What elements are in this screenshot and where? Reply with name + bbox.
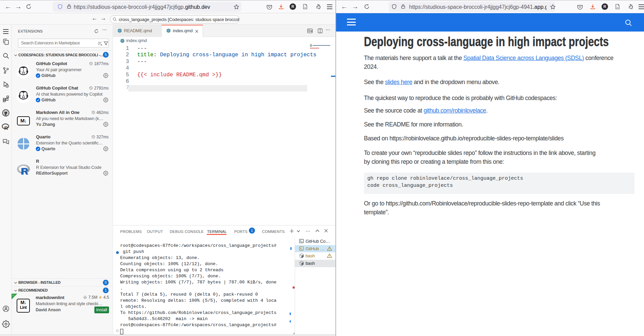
svg-text:R: R <box>4 125 8 131</box>
